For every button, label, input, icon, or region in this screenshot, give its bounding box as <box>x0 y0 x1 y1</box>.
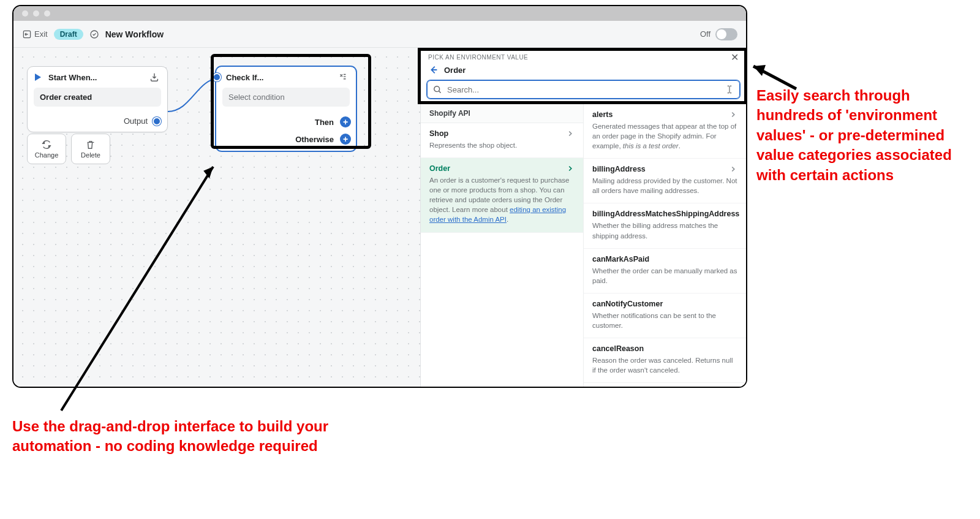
search-icon <box>432 85 442 94</box>
svg-point-3 <box>434 86 440 92</box>
field-item[interactable]: billingAddressMailing address provided b… <box>584 159 746 203</box>
traffic-light-min[interactable] <box>33 10 39 17</box>
workflow-title: New Workflow <box>105 29 164 39</box>
input-port[interactable] <box>213 73 221 81</box>
traffic-light-close[interactable] <box>22 10 28 17</box>
play-icon <box>35 74 41 81</box>
field-item[interactable]: billingAddressMatchesShippingAddressWhet… <box>584 203 746 248</box>
field-item[interactable]: cancelledAtThe date and time when the or… <box>584 383 746 387</box>
change-label: Change <box>35 151 59 159</box>
node-toolbox: Change Delete <box>27 134 110 164</box>
then-label: Then <box>315 118 334 127</box>
field-item[interactable]: alertsGenerated messages that appear at … <box>584 104 746 159</box>
output-port[interactable] <box>153 117 161 126</box>
delete-button[interactable]: Delete <box>71 134 110 164</box>
output-label: Output <box>124 116 148 126</box>
check-circle-icon <box>89 29 99 39</box>
then-port[interactable]: + <box>340 116 351 127</box>
search-field-wrap[interactable] <box>427 80 740 99</box>
start-node[interactable]: Start When... Order created Output <box>27 66 168 132</box>
app-window: Exit Draft New Workflow Off Start When..… <box>12 5 747 388</box>
left-column-heading: Shopify API <box>421 104 583 123</box>
exit-icon <box>22 29 32 39</box>
field-item[interactable]: cancelReasonReason the order was cancele… <box>584 338 746 383</box>
breadcrumb-current: Order <box>444 66 466 75</box>
workflow-toggle[interactable] <box>715 28 737 40</box>
change-icon <box>41 139 52 150</box>
annotation-left: Use the drag-and-drop interface to build… <box>12 417 343 456</box>
exit-label: Exit <box>34 29 48 39</box>
change-button[interactable]: Change <box>27 134 66 164</box>
close-icon[interactable]: ✕ <box>731 51 739 63</box>
trash-icon <box>85 139 96 150</box>
condition-field[interactable]: Select condition <box>222 88 350 107</box>
trigger-field[interactable]: Order created <box>34 88 161 107</box>
text-cursor-icon <box>725 85 734 94</box>
topbar: Exit Draft New Workflow Off <box>13 21 746 48</box>
api-category-column: Shopify API ShopRepresents the shop obje… <box>421 104 584 387</box>
toggle-label: Off <box>700 29 710 39</box>
annotation-right: Easily search through hundreds of 'envir… <box>756 86 971 185</box>
back-arrow-icon[interactable] <box>428 64 439 75</box>
search-input[interactable] <box>447 85 720 94</box>
api-category-item[interactable]: OrderAn order is a customer's request to… <box>421 158 583 232</box>
workflow-canvas[interactable]: Start When... Order created Output Chang… <box>13 48 746 387</box>
check-node-title: Check If... <box>226 73 263 82</box>
traffic-light-max[interactable] <box>44 10 50 17</box>
exit-button[interactable]: Exit <box>22 29 48 39</box>
import-icon[interactable] <box>149 72 160 83</box>
check-if-node[interactable]: Check If... Select condition Then+ Other… <box>216 66 356 151</box>
field-item[interactable]: canNotifyCustomerWhether notifications c… <box>584 294 746 338</box>
condition-icon <box>337 72 349 83</box>
window-titlebar <box>13 6 746 21</box>
start-node-title: Start When... <box>48 73 97 82</box>
draft-badge: Draft <box>54 29 83 40</box>
panel-header-label: PICK AN ENVIRONMENT VALUE <box>428 54 528 61</box>
delete-label: Delete <box>81 151 100 159</box>
otherwise-label: Otherwise <box>295 135 334 144</box>
environment-value-panel: PICK AN ENVIRONMENT VALUE ✕ Order Shopif… <box>420 48 746 387</box>
field-column: alertsGenerated messages that appear at … <box>584 104 746 387</box>
api-category-item[interactable]: ShopRepresents the shop object. <box>421 123 583 158</box>
otherwise-port[interactable]: + <box>340 134 351 145</box>
svg-marker-7 <box>753 65 766 76</box>
field-item[interactable]: canMarkAsPaidWhether the order can be ma… <box>584 249 746 294</box>
